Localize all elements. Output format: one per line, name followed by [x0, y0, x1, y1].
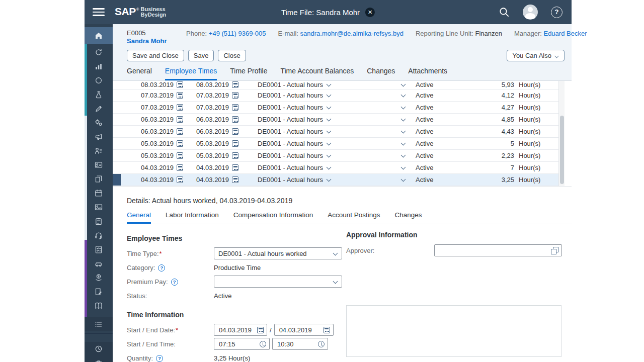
clock-icon[interactable] — [260, 341, 266, 347]
help-badge-icon[interactable] — [158, 264, 165, 272]
table-row[interactable]: 08.03.2019 08.03.2019 DE0001 - Actual ho… — [113, 81, 558, 89]
chevron-down-icon[interactable] — [327, 82, 331, 87]
nav-overview[interactable] — [85, 73, 113, 87]
nav-signature[interactable] — [85, 102, 113, 116]
help-badge-icon[interactable] — [171, 279, 178, 286]
chevron-down-icon[interactable] — [327, 177, 331, 182]
calendar-icon[interactable] — [324, 327, 330, 333]
subtab-labor-information[interactable]: Labor Information — [166, 211, 219, 224]
row-selector-cell[interactable] — [113, 81, 121, 89]
user-avatar[interactable] — [523, 5, 538, 20]
table-row[interactable]: 07.03.2019 07.03.2019 DE0001 - Actual ho… — [113, 102, 558, 114]
calendar-icon[interactable] — [177, 176, 183, 183]
menu-icon[interactable] — [93, 8, 105, 16]
calendar-icon[interactable] — [257, 327, 264, 333]
start-date-input[interactable] — [215, 326, 254, 334]
subtab-general[interactable]: General — [127, 211, 151, 224]
calendar-icon[interactable] — [232, 81, 238, 88]
chevron-down-icon[interactable] — [327, 141, 331, 146]
tab-changes[interactable]: Changes — [367, 67, 395, 80]
table-row[interactable]: 06.03.2019 06.03.2019 DE0001 - Actual ho… — [113, 126, 558, 138]
subtab-changes[interactable]: Changes — [395, 211, 422, 224]
table-scrollbar[interactable] — [558, 81, 565, 186]
nav-ledger[interactable] — [85, 299, 113, 313]
save-button[interactable]: Save — [188, 50, 214, 61]
nav-briefcase[interactable] — [85, 356, 113, 362]
close-file-icon[interactable] — [365, 8, 375, 17]
nav-home[interactable] — [85, 27, 113, 44]
calendar-icon[interactable] — [232, 92, 238, 99]
nav-contacts[interactable] — [85, 158, 113, 172]
calendar-icon[interactable] — [232, 176, 238, 183]
nav-lab[interactable] — [85, 87, 113, 102]
nav-analytics[interactable] — [85, 59, 113, 73]
chevron-down-icon[interactable] — [401, 129, 406, 134]
value-help-icon[interactable] — [551, 247, 558, 254]
row-selector-cell[interactable] — [113, 138, 121, 149]
help-icon[interactable] — [551, 7, 562, 18]
chevron-down-icon[interactable] — [401, 82, 406, 87]
chevron-down-icon[interactable] — [327, 93, 331, 98]
calendar-icon[interactable] — [177, 92, 183, 99]
row-selector-cell[interactable] — [113, 114, 121, 125]
chevron-down-icon[interactable] — [327, 129, 331, 134]
end-time-field[interactable] — [272, 338, 328, 350]
nav-calendar[interactable] — [85, 186, 113, 200]
calendar-icon[interactable] — [232, 164, 238, 171]
nav-refresh[interactable] — [85, 45, 113, 59]
table-row-selected[interactable]: 04.03.2019 04.03.2019 DE0001 - Actual ho… — [113, 174, 558, 186]
nav-checklist[interactable] — [85, 242, 113, 256]
tab-time-profile[interactable]: Time Profile — [230, 67, 267, 80]
nav-media[interactable] — [85, 200, 113, 214]
approver-input[interactable] — [436, 247, 548, 254]
nav-announcements[interactable] — [85, 130, 113, 144]
nav-edit-document[interactable] — [85, 285, 113, 299]
calendar-icon[interactable] — [232, 128, 238, 135]
chevron-down-icon[interactable] — [327, 165, 331, 170]
calendar-icon[interactable] — [177, 164, 183, 171]
chevron-down-icon[interactable] — [401, 93, 406, 98]
calendar-icon[interactable] — [177, 81, 183, 88]
row-selector-cell[interactable] — [113, 89, 121, 101]
calendar-icon[interactable] — [177, 140, 183, 147]
row-selector-cell[interactable] — [113, 102, 121, 113]
chevron-down-icon[interactable] — [401, 105, 406, 110]
end-date-input[interactable] — [276, 326, 320, 334]
chevron-down-icon[interactable] — [401, 117, 406, 122]
you-can-also-button[interactable]: You Can Also — [507, 50, 565, 61]
calendar-icon[interactable] — [232, 140, 238, 147]
tab-general[interactable]: General — [127, 67, 152, 80]
search-icon[interactable] — [499, 7, 510, 18]
chevron-down-icon[interactable] — [401, 165, 406, 170]
nav-recent[interactable] — [85, 342, 113, 356]
calendar-icon[interactable] — [177, 116, 183, 123]
chevron-down-icon[interactable] — [401, 141, 406, 146]
approver-field[interactable] — [434, 244, 562, 256]
tab-attachments[interactable]: Attachments — [408, 67, 447, 80]
subtab-account-postings[interactable]: Account Postings — [328, 211, 380, 224]
calendar-icon[interactable] — [177, 104, 183, 111]
notes-area[interactable] — [346, 305, 561, 357]
manager-link[interactable]: Eduard Becker — [543, 30, 587, 37]
table-row[interactable]: 04.03.2019 04.03.2019 DE0001 - Actual ho… — [113, 162, 558, 174]
row-selector-cell[interactable] — [113, 174, 121, 186]
tab-employee-times[interactable]: Employee Times — [165, 67, 217, 80]
calendar-icon[interactable] — [232, 104, 238, 111]
calendar-icon[interactable] — [177, 152, 183, 159]
subtab-compensation-information[interactable]: Compensation Information — [233, 211, 313, 224]
start-time-field[interactable] — [214, 338, 270, 350]
row-selector-cell[interactable] — [113, 126, 121, 137]
nav-worklist[interactable] — [85, 317, 113, 331]
chevron-down-icon[interactable] — [327, 153, 331, 158]
chevron-down-icon[interactable] — [401, 153, 406, 158]
calendar-icon[interactable] — [232, 116, 238, 123]
nav-documents[interactable] — [85, 172, 113, 186]
calendar-icon[interactable] — [177, 128, 183, 135]
premium-pay-select[interactable] — [214, 276, 342, 288]
time-type-select[interactable]: DE0001 - Actual hours worked — [214, 247, 342, 259]
chevron-down-icon[interactable] — [327, 117, 331, 122]
tab-time-account-balances[interactable]: Time Account Balances — [280, 67, 354, 80]
employee-name[interactable]: Sandra Mohr — [127, 37, 169, 45]
scrollbar-thumb[interactable] — [560, 116, 564, 184]
nav-reports[interactable] — [85, 214, 113, 228]
